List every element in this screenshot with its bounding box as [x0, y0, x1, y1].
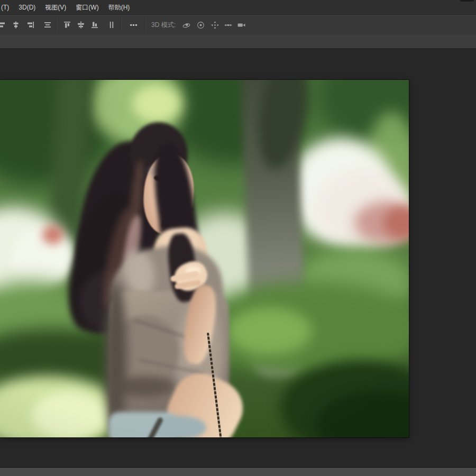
menu-help[interactable]: 帮助(H) — [104, 0, 135, 15]
align-left-edges-icon[interactable] — [0, 20, 7, 30]
3d-slide-icon[interactable] — [223, 20, 233, 30]
photoshop-window: (T) 3D(D) 视图(V) 窗口(W) 帮助(H) — [0, 0, 476, 476]
align-right-edges-icon[interactable] — [25, 20, 36, 30]
toolbar-separator — [56, 19, 57, 31]
document-photo[interactable] — [0, 80, 409, 437]
3d-pan-icon[interactable] — [209, 20, 220, 30]
align-top-edges-icon[interactable] — [62, 20, 72, 30]
canvas-area[interactable] — [0, 49, 476, 468]
menu-view[interactable]: 视图(V) — [40, 0, 71, 15]
more-options-button[interactable]: ••• — [127, 20, 141, 30]
menu-3d[interactable]: 3D(D) — [14, 0, 40, 15]
3d-mode-label: 3D 模式: — [151, 16, 176, 34]
3d-orbit-icon[interactable] — [181, 20, 191, 30]
distribute-horizontal-centers-icon[interactable] — [106, 20, 117, 30]
toolbar-separator — [121, 19, 122, 31]
align-bottom-edges-icon[interactable] — [89, 20, 100, 30]
window-control-fragment — [460, 0, 474, 2]
3d-roll-icon[interactable] — [195, 20, 206, 30]
more-options-dots: ••• — [130, 20, 138, 30]
status-bar — [0, 468, 476, 476]
distribute-vertically-icon[interactable] — [42, 20, 53, 30]
toolbar-separator — [145, 19, 146, 31]
options-bar: ••• 3D 模式: — [0, 15, 476, 35]
align-horizontal-centers-icon[interactable] — [76, 20, 86, 30]
menu-bar: (T) 3D(D) 视图(V) 窗口(W) 帮助(H) — [0, 0, 476, 15]
align-vertical-centers-icon[interactable] — [11, 20, 21, 30]
menu-type-clipped[interactable]: (T) — [0, 0, 14, 15]
3d-dolly-icon[interactable] — [236, 20, 246, 30]
photo-vignette — [0, 80, 409, 437]
document-tab-strip — [0, 34, 476, 49]
menu-window[interactable]: 窗口(W) — [71, 0, 103, 15]
